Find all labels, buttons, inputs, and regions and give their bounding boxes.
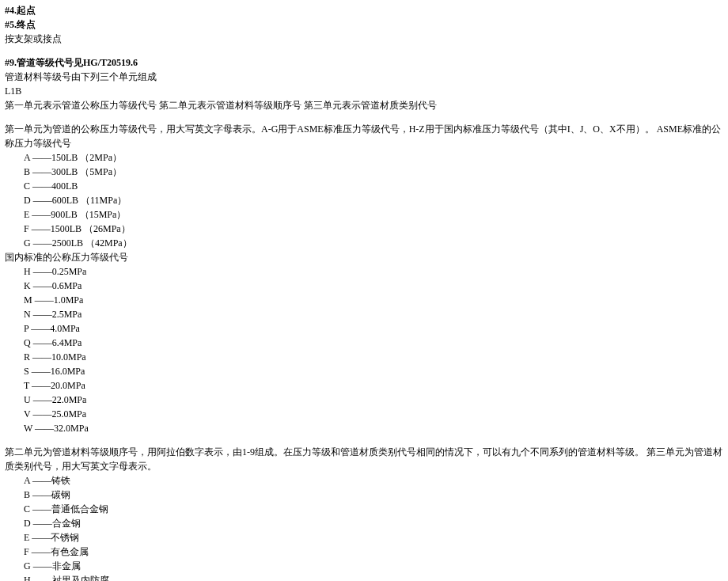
pipe-grade-unit-desc: 第一单元表示管道公称压力等级代号 第二单元表示管道材料等级顺序号 第三单元表示管… — [5, 98, 723, 112]
asme-item: E ——900LB （15MPa） — [24, 207, 723, 222]
asme-item: G ——2500LB （42MPa） — [24, 236, 723, 250]
heading-4-start: #4.起点 — [5, 3, 723, 17]
gb-item: H ——0.25MPa — [24, 264, 723, 279]
gb-item: V ——25.0MPa — [24, 407, 723, 421]
gb-item: W ——32.0MPa — [24, 421, 723, 435]
asme-item: C ——400LB — [24, 179, 723, 193]
heading-9-pipe-grade: #9.管道等级代号见HG/T20519.6 — [5, 55, 723, 70]
material-item: B ——碳钢 — [24, 488, 723, 502]
gb-item: T ——20.0MPa — [24, 378, 723, 393]
gb-item: S ——16.0MPa — [24, 364, 723, 378]
unit1-title: 第一单元为管道的公称压力等级代号，用大写英文字母表示。A-G用于ASME标准压力… — [5, 122, 723, 150]
asme-item: F ——1500LB （26MPa） — [24, 222, 723, 236]
pipe-grade-intro-1: 管道材料等级号由下列三个单元组成 — [5, 70, 723, 84]
heading-5-end: #5.终点 — [5, 17, 723, 32]
gb-item: R ——10.0MPa — [24, 350, 723, 364]
gb-item: U ——22.0MPa — [24, 393, 723, 407]
material-item: H ——衬里及内防腐 — [24, 573, 723, 581]
gb-item: K ——0.6MPa — [24, 279, 723, 293]
note-support-point: 按支架或接点 — [5, 32, 723, 46]
gb-item: M ——1.0MPa — [24, 293, 723, 307]
asme-item: D ——600LB （11MPa） — [24, 193, 723, 207]
unit2-3-title: 第二单元为管道材料等级顺序号，用阿拉伯数字表示，由1-9组成。在压力等级和管道材… — [5, 445, 723, 473]
material-item: F ——有色金属 — [24, 545, 723, 559]
asme-item: B ——300LB （5MPa） — [24, 165, 723, 179]
gb-item: P ——4.0MPa — [24, 321, 723, 336]
gb-item: Q ——6.4MPa — [24, 336, 723, 350]
material-item: G ——非金属 — [24, 559, 723, 573]
material-item: E ——不锈钢 — [24, 530, 723, 545]
pipe-grade-example: L1B — [5, 84, 723, 98]
material-item: A ——铸铁 — [24, 473, 723, 488]
asme-item: A ——150LB （2MPa） — [24, 150, 723, 165]
gb-title: 国内标准的公称压力等级代号 — [5, 250, 723, 264]
material-item: C ——普通低合金钢 — [24, 502, 723, 516]
material-item: D ——合金钢 — [24, 516, 723, 530]
gb-item: N ——2.5MPa — [24, 307, 723, 321]
